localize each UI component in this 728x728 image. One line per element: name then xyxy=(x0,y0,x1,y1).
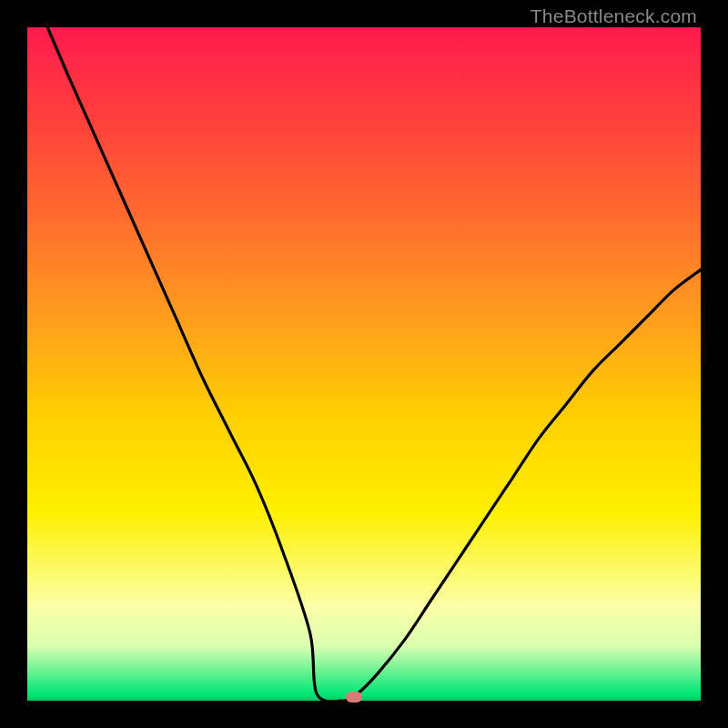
curve-path xyxy=(47,27,701,702)
bottleneck-curve xyxy=(27,27,701,701)
chart-frame: TheBottleneck.com xyxy=(0,0,728,728)
minimum-marker xyxy=(346,692,362,703)
plot-area xyxy=(27,27,701,701)
attribution-text: TheBottleneck.com xyxy=(531,5,697,27)
